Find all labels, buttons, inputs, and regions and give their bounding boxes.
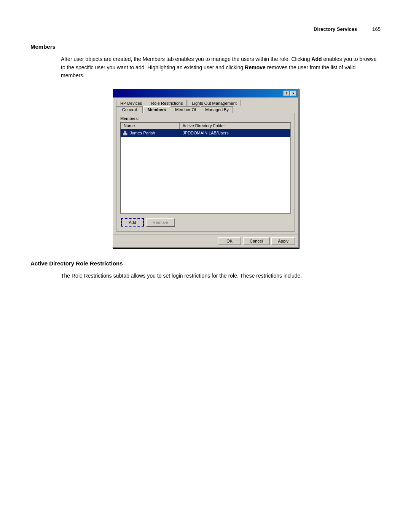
svg-rect-2 [124, 133, 126, 134]
member-action-buttons: Add Remove [120, 217, 291, 228]
titlebar-controls: ? × [284, 91, 296, 96]
col-header-folder: Active Directory Folder [180, 123, 290, 129]
header-line: Directory Services 165 [30, 26, 381, 32]
svg-point-1 [124, 131, 126, 133]
add-member-button[interactable]: Add [121, 218, 144, 227]
table-body: James Parish JPDDOMAIN.LAB/Users [121, 129, 290, 211]
help-button[interactable]: ? [284, 91, 290, 96]
user-icon [122, 130, 128, 136]
header-page-number: 165 [372, 26, 381, 32]
members-label: Members: [120, 116, 291, 121]
members-table: Name Active Directory Folder [120, 122, 291, 214]
tab-members[interactable]: Members [143, 106, 170, 113]
active-directory-heading: Active Directory Role Restrictions [30, 260, 381, 267]
close-button[interactable]: × [290, 91, 296, 96]
members-body-text: After user objects are created, the Memb… [61, 55, 381, 80]
member-name: James Parish [130, 131, 183, 135]
dialog-wrapper: ? × HP Devices Role Restrictions Lights … [30, 88, 381, 248]
table-row[interactable]: James Parish JPDDOMAIN.LAB/Users [121, 129, 290, 137]
members-heading: Members [30, 43, 381, 50]
tabs-row-1: HP Devices Role Restrictions Lights Out … [116, 100, 295, 106]
tab-role-restrictions[interactable]: Role Restrictions [147, 100, 187, 106]
header-title: Directory Services [314, 26, 357, 32]
member-folder: JPDDOMAIN.LAB/Users [183, 131, 289, 135]
members-text-remove-bold: Remove [245, 64, 265, 70]
active-directory-body: The Role Restrictions subtab allows you … [61, 272, 381, 280]
tab-member-of[interactable]: Member Of [171, 106, 200, 113]
ok-button[interactable]: OK [218, 237, 241, 245]
tab-lights-out-management[interactable]: Lights Out Management [188, 100, 241, 106]
page-container: Directory Services 165 Members After use… [0, 0, 411, 532]
dialog-content: HP Devices Role Restrictions Lights Out … [113, 97, 298, 235]
dialog-box: ? × HP Devices Role Restrictions Lights … [112, 88, 299, 248]
members-text-before-add: After user objects are created, the Memb… [61, 56, 311, 62]
tab-managed-by[interactable]: Managed By [201, 106, 233, 113]
col-header-name: Name [121, 123, 180, 129]
tab-panel-members: Members: Name Active Directory Folder [116, 113, 295, 232]
cancel-button[interactable]: Cancel [243, 237, 269, 245]
remove-member-button[interactable]: Remove [146, 218, 175, 227]
header-rule [30, 23, 381, 23]
dialog-titlebar: ? × [113, 89, 298, 97]
tab-hp-devices[interactable]: HP Devices [116, 100, 146, 106]
dialog-footer: OK Cancel Apply [113, 235, 298, 247]
apply-button[interactable]: Apply [271, 237, 295, 245]
tabs-row-2: General Members Member Of Managed By [116, 106, 295, 113]
members-text-add-bold: Add [311, 56, 322, 62]
table-header-row: Name Active Directory Folder [121, 123, 290, 129]
tab-general[interactable]: General [116, 106, 143, 113]
